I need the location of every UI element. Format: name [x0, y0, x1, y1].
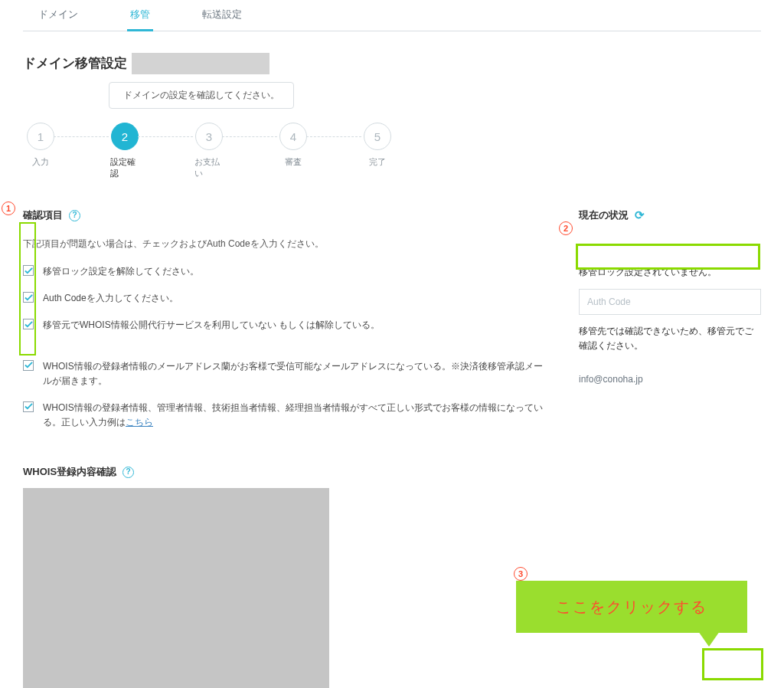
- hint-bubble: ドメインの設定を確認してください。: [109, 82, 294, 109]
- annotation-badge-1: 1: [2, 201, 15, 215]
- check-icon: [24, 402, 33, 411]
- step-3-circle: 3: [195, 123, 223, 150]
- step-2: 2 設定確認: [110, 123, 139, 179]
- check-items-heading: 確認項目: [23, 208, 63, 222]
- step-1: 1 入力: [26, 123, 55, 168]
- status-heading: 現在の状況: [579, 208, 629, 222]
- step-4-circle: 4: [279, 123, 307, 150]
- step-3: 3 お支払い: [194, 123, 224, 179]
- checkbox-whois-format[interactable]: [23, 401, 34, 412]
- step-5: 5 完了: [363, 123, 392, 168]
- tab-forwarding[interactable]: 転送設定: [199, 0, 245, 31]
- help-icon[interactable]: ?: [122, 467, 134, 478]
- annotation-badge-2: 2: [559, 221, 573, 235]
- annotation-badge-3: 3: [514, 567, 528, 581]
- step-3-label: お支払い: [194, 156, 224, 179]
- tab-transfer[interactable]: 移管: [127, 0, 153, 31]
- step-1-label: 入力: [32, 156, 49, 168]
- checkbox-whois-proxy[interactable]: [23, 319, 34, 329]
- checkbox-authcode[interactable]: [23, 292, 34, 303]
- checkbox-lock[interactable]: [23, 265, 34, 276]
- status-email: info@conoha.jp: [579, 372, 761, 387]
- check-text-whois-email: WHOIS情報の登録者情報のメールアドレス蘭がお客様で受信可能なメールアドレスに…: [43, 359, 548, 388]
- status-note: 移管先では確認できないため、移管元でご確認ください。: [579, 324, 761, 353]
- step-2-label: 設定確認: [110, 156, 139, 179]
- step-4: 4 審査: [279, 123, 308, 168]
- step-5-circle: 5: [364, 123, 391, 150]
- tab-bar: ドメイン 移管 転送設定: [23, 0, 761, 31]
- help-icon[interactable]: ?: [69, 210, 80, 221]
- status-lock: 移管ロック設定されていません。: [579, 265, 761, 280]
- check-icon: [24, 267, 33, 275]
- step-1-circle: 1: [27, 123, 54, 150]
- check-text-whois-proxy: 移管元でWHOIS情報公開代行サービスを利用していない もしくは解除している。: [43, 318, 380, 333]
- check-icon: [24, 293, 33, 302]
- check-icon: [24, 320, 33, 329]
- step-4-label: 審査: [285, 156, 302, 168]
- progress-stepper: 1 入力 2 設定確認 3 お支払い 4 審査 5 完了: [26, 123, 761, 179]
- check-text-authcode: Auth Codeを入力してください。: [43, 291, 178, 306]
- annotation-highlight-next: [702, 648, 763, 680]
- check-text-whois-format: WHOIS情報の登録者情報、管理者情報、技術担当者情報、経理担当者情報がすべて正…: [43, 401, 548, 430]
- whois-example-link[interactable]: こちら: [126, 417, 153, 428]
- check-text-lock: 移管ロック設定を解除してください。: [43, 264, 199, 279]
- check-items-intro: 下記項目が問題ない場合は、チェックおよびAuth Codeを入力ください。: [23, 238, 548, 251]
- auth-code-input[interactable]: [579, 289, 761, 315]
- redacted-domain: [132, 53, 270, 74]
- refresh-icon[interactable]: ⟳: [635, 208, 645, 222]
- annotation-callout: ここをクリックする: [516, 581, 747, 633]
- page-title: ドメイン移管設定: [23, 53, 127, 72]
- tab-domain[interactable]: ドメイン: [35, 0, 81, 31]
- whois-content-redacted: [23, 488, 329, 688]
- checkbox-whois-email[interactable]: [23, 360, 34, 371]
- step-5-label: 完了: [369, 156, 386, 168]
- step-2-circle: 2: [111, 123, 139, 150]
- check-icon: [24, 361, 33, 369]
- whois-heading: WHOIS登録内容確認: [23, 465, 116, 479]
